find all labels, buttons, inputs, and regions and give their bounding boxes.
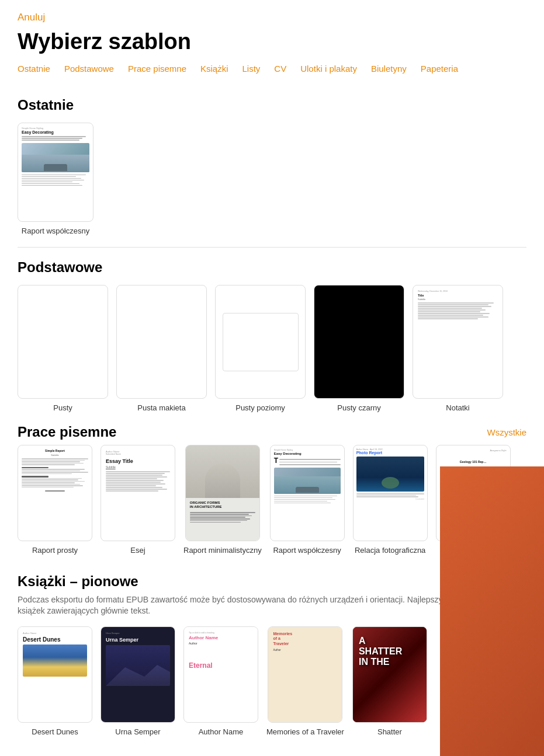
template-label-photo-report: Relacja fotograficzna bbox=[355, 546, 425, 556]
section-title-books: Książki – pionowe bbox=[18, 573, 138, 590]
essays-templates-row: Simple Report Subtitle bbox=[18, 445, 526, 556]
template-item-blank[interactable]: Pusty bbox=[18, 285, 108, 412]
template-label-memories: Memories of a Traveler bbox=[266, 727, 344, 736]
template-thumb-shatter: ASHATTERIN THE bbox=[352, 626, 427, 723]
template-item-praca[interactable]: Anagrams.Style Geology 101 Rep… bbox=[436, 445, 511, 556]
template-thumb-blank-horizontal bbox=[215, 285, 306, 399]
section-header-essays: Prace pisemne Wszystkie bbox=[18, 424, 526, 440]
divider-1 bbox=[18, 247, 526, 248]
tab-ksiazki[interactable]: Książki bbox=[200, 64, 228, 74]
tab-ulotki[interactable]: Ulotki i plakaty bbox=[300, 64, 357, 74]
template-thumb-simple-report: Simple Report Subtitle bbox=[18, 445, 92, 541]
tab-prace[interactable]: Prace pisemne bbox=[128, 64, 186, 74]
template-item-author-name[interactable]: Tip or click to add a heading Author Nam… bbox=[183, 626, 258, 736]
template-thumb-desert-dunes: Author Name Desert Dunes bbox=[18, 626, 92, 723]
tab-cv[interactable]: CV bbox=[274, 64, 286, 74]
section-title-essays: Prace pisemne bbox=[18, 424, 116, 440]
template-item-blank-black[interactable]: Pusty czarny bbox=[314, 285, 404, 412]
tab-biuletyny[interactable]: Biuletyny bbox=[371, 64, 407, 74]
essays-all-link[interactable]: Wszystkie bbox=[487, 427, 527, 437]
template-thumb-minimal-report: ORGANIC FORMSIN ARCHITECTURE bbox=[185, 445, 260, 541]
template-item-shatter[interactable]: ASHATTERIN THE Shatter bbox=[352, 626, 427, 736]
template-item-notes[interactable]: Wednesday, December 15, 2010 Title Subti… bbox=[413, 285, 503, 412]
tab-ostatnie[interactable]: Ostatnie bbox=[18, 64, 50, 74]
template-label-urna-semper: Urna Semper bbox=[115, 727, 160, 736]
template-thumb-blank-layout bbox=[116, 285, 207, 399]
template-label-essay: Esej bbox=[130, 546, 145, 555]
template-label-desert-dunes: Desert Dunes bbox=[32, 727, 78, 736]
template-thumb-modern-report: Simple Home Styling Easy Decorating T bbox=[270, 445, 345, 541]
template-item-minimal-report[interactable]: ORGANIC FORMSIN ARCHITECTURE bbox=[183, 445, 262, 556]
template-thumb-blank bbox=[18, 285, 108, 399]
template-label-notes: Notatki bbox=[446, 403, 469, 412]
template-thumb-essay: Author Name Submitted Name Essay Title S… bbox=[101, 445, 175, 541]
template-label-blank-black: Pusty czarny bbox=[337, 403, 380, 412]
template-item-desert-dunes[interactable]: Author Name Desert Dunes Desert Dunes bbox=[18, 626, 92, 736]
recent-templates-row: Simple Home Styling Easy Decorating bbox=[18, 123, 526, 235]
page-title: Wybierz szablon bbox=[18, 29, 526, 54]
template-label-minimal-report: Raport minimalistyczny bbox=[183, 546, 262, 556]
template-label-modern-report: Raport współczesny bbox=[273, 546, 341, 555]
tab-podstawowe[interactable]: Podstawowe bbox=[64, 64, 114, 74]
template-thumb-notes: Wednesday, December 15, 2010 Title Subti… bbox=[413, 285, 503, 399]
template-thumb-photo-report: Author Name · April 18, 2022 Photo Repor… bbox=[353, 445, 428, 541]
section-title-recent: Ostatnie bbox=[18, 97, 526, 113]
template-thumb-praca: Anagrams.Style Geology 101 Rep… bbox=[436, 445, 511, 541]
section-title-basic: Podstawowe bbox=[18, 259, 526, 276]
tabs-bar: Ostatnie Podstawowe Prace pisemne Książk… bbox=[18, 64, 526, 74]
tab-papeteria[interactable]: Papeteria bbox=[421, 64, 458, 74]
template-thumb-urna-semper: Urna Semper Urna Semper bbox=[101, 626, 175, 723]
template-thumb-author-name: Tip or click to add a heading Author Nam… bbox=[183, 626, 258, 723]
template-item-blank-horizontal[interactable]: Pusty poziomy bbox=[215, 285, 306, 412]
template-label-blank: Pusty bbox=[53, 403, 72, 412]
template-item-memories[interactable]: Memoriesof aTraveler Author Memories of … bbox=[266, 626, 344, 736]
template-label-shatter: Shatter bbox=[377, 727, 402, 736]
template-label-author-name: Author Name bbox=[199, 727, 244, 736]
template-label-recent-modern: Raport współczesny bbox=[22, 227, 89, 235]
main-content: Ostatnie Simple Home Styling Easy Decora… bbox=[0, 79, 544, 754]
template-thumb-recent-modern: Simple Home Styling Easy Decorating bbox=[18, 123, 93, 222]
template-thumb-memories: Memoriesof aTraveler Author bbox=[268, 626, 342, 723]
template-label-blank-horizontal: Pusty poziomy bbox=[235, 403, 285, 412]
template-item-essay[interactable]: Author Name Submitted Name Essay Title S… bbox=[101, 445, 175, 556]
template-item-simple-report[interactable]: Simple Report Subtitle bbox=[18, 445, 92, 556]
template-item-recent-modern[interactable]: Simple Home Styling Easy Decorating bbox=[18, 123, 93, 235]
template-item-urna-semper[interactable]: Urna Semper Urna Semper Urna Semper bbox=[101, 626, 175, 736]
template-label-blank-layout: Pusta makieta bbox=[137, 403, 185, 412]
template-item-photo-report[interactable]: Author Name · April 18, 2022 Photo Repor… bbox=[353, 445, 428, 556]
template-item-blank-layout[interactable]: Pusta makieta bbox=[116, 285, 207, 412]
template-label-simple-report: Raport prosty bbox=[32, 546, 78, 555]
basic-templates-row: Pusty Pusta makieta Pusty poziomy Pusty … bbox=[18, 285, 526, 412]
tab-listy[interactable]: Listy bbox=[242, 64, 261, 74]
template-thumb-blank-black bbox=[314, 285, 404, 399]
header: Anuluj Wybierz szablon Ostatnie Podstawo… bbox=[0, 0, 544, 79]
template-item-modern-report[interactable]: Simple Home Styling Easy Decorating T bbox=[270, 445, 345, 556]
cancel-button[interactable]: Anuluj bbox=[18, 12, 45, 23]
